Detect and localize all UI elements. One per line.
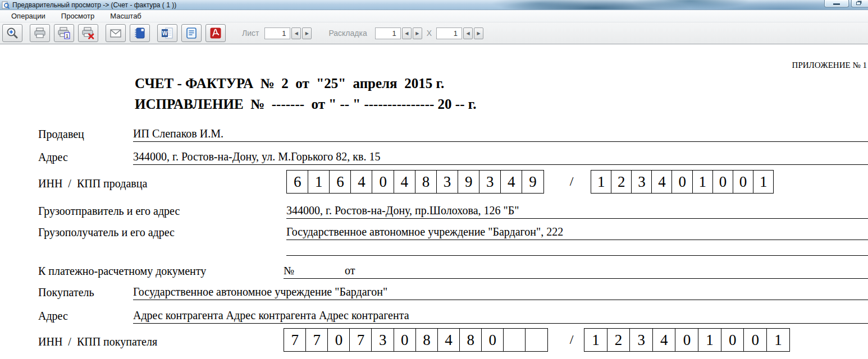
digit-cell: 0 [394, 328, 417, 352]
buyer-value: Государственное автономное учреждение "Б… [133, 286, 868, 300]
layout-cols-spinner: ◀ ▶ [375, 27, 422, 39]
digit-cell: 1 [308, 170, 330, 194]
sheet-prev-button[interactable]: ◀ [291, 27, 301, 39]
invoice-title: СЧЕТ - ФАКТУРА № 2 от "25" апреля 2015 г… [135, 76, 444, 91]
payment-doc-from: от [345, 264, 355, 277]
preview-icon [2, 1, 10, 9]
svg-text:W: W [162, 30, 168, 36]
digit-cell: 0 [671, 170, 693, 194]
layout-rows-input[interactable] [436, 27, 462, 39]
document-export-icon [185, 26, 198, 40]
seller-inn-label: ИНН / КПП продавца [38, 177, 147, 190]
digit-cell: 0 [712, 170, 734, 194]
consignee-continuation-line [286, 254, 868, 256]
digit-cell: 4 [651, 170, 673, 194]
digit-cell: 8 [415, 170, 437, 194]
print-page-button[interactable]: 1 [54, 24, 74, 42]
digit-cell: 0 [675, 328, 698, 352]
print-icon [33, 26, 47, 40]
seller-row: Продавец ИП Слепаков И.М. [0, 125, 868, 142]
digit-cell: 0 [733, 170, 754, 194]
layout-rows-spinner: ◀ ▶ [436, 27, 483, 39]
shipper-label: Грузоотправитель и его адрес [38, 205, 180, 218]
seller-inn-boxes: 616404839349 [286, 170, 544, 194]
chevron-right-icon: ▶ [415, 31, 419, 36]
layout-rows-next-button[interactable]: ▶ [474, 27, 483, 39]
digit-cell: 3 [436, 170, 459, 194]
chevron-left-icon: ◀ [295, 31, 298, 36]
payment-doc-label: К платежно-расчетному документу [38, 265, 206, 278]
export-document-button[interactable] [181, 24, 202, 42]
minimize-button[interactable] [824, 0, 849, 7]
digit-cell: 1 [584, 328, 607, 352]
digit-cell: 4 [394, 170, 416, 194]
layout-cols-input[interactable] [375, 27, 401, 39]
sheet-spinner: ◀ ▶ [264, 27, 312, 39]
buyer-address-value: Адрес контрагента Адрес контрагента Адре… [133, 309, 868, 324]
correction-line: ИСПРАВЛЕНИЕ № ------- от " -- " --------… [135, 96, 476, 112]
digit-cell: 4 [350, 170, 373, 194]
consignee-value: Государственное автономное учреждение "Б… [286, 225, 868, 240]
chevron-right-icon: ▶ [305, 31, 309, 36]
buyer-address-row: Адрес Адрес контрагента Адрес контрагент… [0, 309, 868, 324]
digit-cell: 1 [698, 328, 721, 352]
buyer-kpp-boxes: 123401001 [584, 328, 790, 352]
restore-button[interactable] [851, 0, 868, 7]
payment-doc-row: К платежно-расчетному документу №от [0, 264, 868, 279]
menu-item-operations[interactable]: Операции [6, 11, 51, 22]
email-button[interactable] [106, 24, 126, 42]
chevron-right-icon: ▶ [477, 31, 480, 36]
svg-text:1: 1 [66, 33, 68, 39]
buyer-address-label: Адрес [38, 310, 68, 323]
payment-doc-no: № [284, 264, 294, 277]
titlebar[interactable]: Предварительный просмотр -> (Счет - факт… [0, 0, 868, 10]
sheet-input[interactable] [264, 27, 290, 39]
layout-cols-next-button[interactable]: ▶ [413, 27, 422, 39]
buyer-inn-label: ИНН / КПП покупателя [38, 335, 157, 348]
digit-cell: 7 [349, 328, 372, 352]
export-pdf-button[interactable] [205, 24, 226, 42]
digit-cell: 8 [415, 328, 438, 352]
sheet-next-button[interactable]: ▶ [302, 27, 312, 39]
inn-kpp-slash: / [561, 174, 582, 189]
buyer-inn-row: ИНН / КПП покупателя 7707308480 / 123401… [0, 328, 868, 353]
inn-kpp-slash: / [561, 332, 582, 347]
seller-kpp-boxes: 123401001 [591, 170, 774, 194]
digit-cell [503, 328, 526, 352]
notebook-button[interactable] [130, 24, 150, 42]
digit-cell: 3 [371, 328, 394, 352]
digit-cell: 0 [721, 328, 744, 352]
appendix-note: ПРИЛОЖЕНИЕ № 1 [792, 61, 867, 70]
consignee-row: Грузополучатель и его адрес Государствен… [0, 223, 868, 240]
window-title: Предварительный просмотр -> (Счет - факт… [12, 1, 176, 9]
menu-item-scale[interactable]: Масштаб [104, 11, 147, 22]
seller-address-label: Адрес [38, 151, 68, 164]
sheet-label: Лист [242, 29, 259, 38]
seller-address-value: 344000, г. Ростов-на-Дону, ул. М.Горьког… [133, 150, 868, 165]
digit-cell: 0 [372, 170, 394, 194]
seller-label: Продавец [38, 128, 84, 141]
buyer-inn-boxes: 7707308480 [284, 328, 548, 352]
export-word-button[interactable]: W [157, 24, 177, 42]
preview-window: Предварительный просмотр -> (Счет - факт… [0, 0, 868, 359]
notebook-icon [133, 26, 147, 40]
digit-cell: 9 [458, 170, 480, 194]
consignee-label: Грузополучатель и его адрес [38, 226, 175, 239]
shipper-value: 344000, г. Ростов-на-Дону, пр.Шолохова, … [286, 204, 868, 219]
digit-cell: 1 [766, 328, 790, 352]
menu-item-view[interactable]: Просмотр [56, 11, 100, 22]
zoom-icon [6, 26, 19, 40]
digit-cell: 1 [591, 170, 612, 194]
email-icon [109, 26, 122, 40]
print-cancel-button[interactable] [78, 24, 98, 42]
print-button[interactable] [30, 24, 50, 42]
chevron-left-icon: ◀ [466, 31, 469, 36]
consignee-continuation-row [0, 241, 868, 256]
zoom-button[interactable] [2, 24, 22, 42]
digit-cell: 0 [481, 328, 504, 352]
seller-inn-row: ИНН / КПП продавца 616404839349 / 123401… [0, 170, 868, 195]
layout-rows-prev-button[interactable]: ◀ [463, 27, 473, 39]
layout-cols-prev-button[interactable]: ◀ [402, 27, 412, 39]
toolbar: 1 [0, 22, 868, 44]
word-export-icon: W [161, 26, 174, 40]
